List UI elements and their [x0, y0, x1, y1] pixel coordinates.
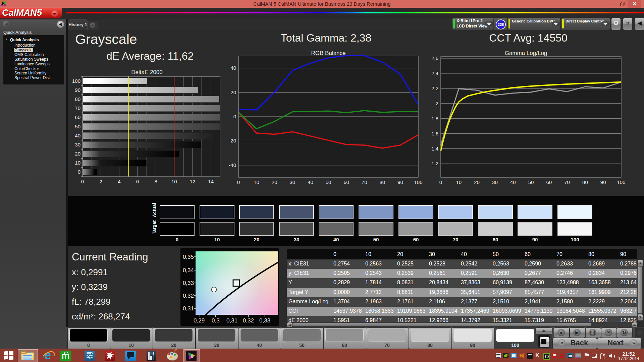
svg-text:2,4: 2,4	[431, 70, 438, 76]
svg-text:40: 40	[75, 133, 80, 138]
svg-text:8: 8	[155, 179, 157, 184]
svg-text:10: 10	[171, 179, 177, 184]
svg-text:40: 40	[510, 179, 516, 185]
svg-text:10: 10	[75, 160, 80, 166]
svg-text:20: 20	[75, 151, 80, 157]
svg-text:20: 20	[474, 179, 480, 185]
svg-text:40: 40	[230, 65, 236, 71]
svg-text:-20: -20	[229, 138, 236, 143]
svg-text:60: 60	[343, 179, 349, 185]
svg-text:-40: -40	[229, 162, 236, 168]
svg-text:100: 100	[617, 179, 625, 185]
svg-text:12: 12	[190, 179, 196, 184]
svg-text:2: 2	[100, 179, 102, 184]
svg-text:10: 10	[456, 179, 462, 185]
svg-text:80: 80	[75, 96, 80, 102]
svg-text:90: 90	[397, 179, 403, 185]
svg-text:2: 2	[436, 101, 438, 106]
svg-text:Gamma Log/Log: Gamma Log/Log	[505, 50, 547, 56]
svg-text:1,8: 1,8	[431, 116, 438, 121]
svg-text:50: 50	[528, 179, 534, 185]
svg-text:0,29: 0,29	[194, 317, 205, 324]
svg-text:50: 50	[326, 179, 331, 185]
svg-text:0,33: 0,33	[259, 317, 270, 324]
svg-text:0,34: 0,34	[183, 267, 194, 274]
svg-text:1,6: 1,6	[431, 131, 438, 136]
svg-text:20: 20	[230, 89, 236, 95]
svg-text:0: 0	[439, 179, 442, 185]
svg-text:0,31: 0,31	[183, 305, 194, 312]
svg-text:2,6: 2,6	[431, 55, 438, 61]
svg-text:80: 80	[379, 179, 385, 185]
svg-text:0: 0	[81, 179, 84, 184]
svg-text:50: 50	[75, 124, 80, 129]
svg-text:2,2: 2,2	[431, 85, 438, 91]
svg-text:0,32: 0,32	[243, 317, 254, 324]
svg-text:30: 30	[289, 179, 295, 185]
svg-text:DeltaE 2000: DeltaE 2000	[131, 69, 163, 75]
svg-text:70: 70	[75, 105, 80, 111]
svg-text:RGB Balance: RGB Balance	[311, 50, 346, 56]
svg-text:0: 0	[233, 114, 236, 119]
svg-text:60: 60	[75, 114, 80, 120]
svg-text:0,35: 0,35	[183, 254, 194, 260]
svg-text:0,33: 0,33	[183, 280, 194, 286]
svg-text:90: 90	[75, 87, 80, 93]
svg-text:30: 30	[75, 142, 80, 147]
svg-text:1,2: 1,2	[431, 161, 438, 166]
svg-text:6: 6	[136, 179, 139, 184]
svg-text:0: 0	[78, 169, 80, 175]
svg-text:1,4: 1,4	[431, 146, 438, 152]
svg-text:100: 100	[414, 179, 422, 185]
svg-text:80: 80	[582, 179, 588, 185]
svg-text:0,32: 0,32	[183, 293, 194, 299]
svg-text:70: 70	[362, 179, 367, 185]
svg-text:10: 10	[254, 179, 259, 185]
svg-text:0,31: 0,31	[226, 317, 237, 324]
svg-text:90: 90	[600, 179, 606, 185]
svg-text:60: 60	[546, 179, 552, 185]
svg-text:4: 4	[118, 179, 120, 184]
svg-text:40: 40	[308, 179, 313, 185]
svg-text:30: 30	[492, 179, 498, 185]
svg-text:14: 14	[208, 179, 214, 184]
svg-text:0,3: 0,3	[212, 317, 220, 324]
svg-text:0: 0	[237, 179, 240, 185]
svg-text:100: 100	[72, 78, 80, 84]
svg-text:20: 20	[272, 179, 277, 185]
svg-text:70: 70	[564, 179, 570, 185]
